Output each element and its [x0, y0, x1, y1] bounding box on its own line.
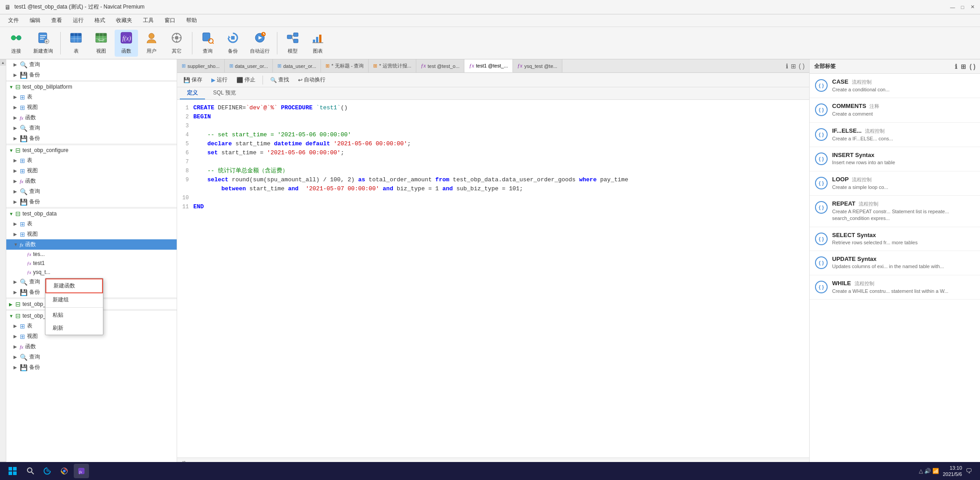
- sub-tab-definition[interactable]: 定义: [180, 87, 205, 99]
- menu-tools[interactable]: 工具: [138, 15, 158, 26]
- scroll-up-btn[interactable]: ▲: [0, 59, 6, 66]
- sidebar-backup-conf[interactable]: ▶ 💾 备份: [6, 197, 177, 207]
- snippet-ifelse[interactable]: { } IF...ELSE... 流程控制 Create a IF...ELSE…: [810, 123, 980, 147]
- sidebar-view-bill[interactable]: ▶ ⊞ 视图: [6, 102, 177, 112]
- toolbar-connect[interactable]: 连接: [4, 30, 28, 57]
- toolbar-function[interactable]: f(x) 函数: [115, 30, 138, 57]
- menu-view[interactable]: 查看: [47, 15, 67, 26]
- sub-tab-sql-preview[interactable]: SQL 预览: [206, 87, 243, 99]
- menu-window[interactable]: 窗口: [160, 15, 180, 26]
- taskbar-navicat[interactable]: fx: [74, 464, 89, 478]
- toolbar-view[interactable]: 视图: [89, 30, 113, 57]
- sidebar-db-configure[interactable]: ▼ ⊟ test_obp_configure: [6, 145, 177, 155]
- line-content-10: [193, 193, 809, 202]
- sidebar-table-bill[interactable]: ▶ ⊞ 表: [6, 92, 177, 102]
- sidebar-view-conf[interactable]: ▶ ⊞ 视图: [6, 166, 177, 176]
- func-ysq-label: ysq_t...: [33, 269, 50, 275]
- sidebar-func-ysq[interactable]: ƒx ysq_t...: [6, 268, 177, 277]
- win-start-button[interactable]: [4, 464, 22, 478]
- toolbar-chart[interactable]: 图表: [306, 30, 330, 57]
- sidebar-func-bill[interactable]: ▶ fx 函数: [6, 112, 177, 123]
- sidebar-db-data[interactable]: ▼ ⊟ test_obp_data: [6, 209, 177, 219]
- sidebar-view-data[interactable]: ▶ ⊞ 视图: [6, 229, 177, 239]
- tab-data-user1[interactable]: ⊞ data_user_or...: [225, 59, 273, 72]
- snippet-repeat[interactable]: { } REPEAT 流程控制 Create A REPEAT constr..…: [810, 196, 980, 227]
- sidebar-func-tes[interactable]: ƒx tes...: [6, 250, 177, 259]
- toolbar-table[interactable]: 表: [64, 30, 88, 57]
- notification-icon[interactable]: 🗨: [966, 467, 972, 475]
- close-button[interactable]: ✕: [969, 4, 976, 10]
- toolbar-user[interactable]: 用户: [140, 30, 163, 57]
- sidebar-func-conf[interactable]: ▶ fx 函数: [6, 176, 177, 186]
- minimize-button[interactable]: —: [949, 4, 956, 10]
- tab-ysq[interactable]: ƒx ysq_test @te...: [513, 59, 562, 72]
- menu-favorites[interactable]: 收藏夹: [111, 15, 137, 26]
- toolbar-model[interactable]: 模型: [281, 30, 304, 57]
- toolbar-other[interactable]: 其它: [165, 30, 188, 57]
- snippet-select-title: SELECT Syntax: [832, 232, 975, 238]
- tab-report-icon: ⊞: [373, 63, 377, 69]
- save-button[interactable]: 💾 保存: [180, 75, 206, 85]
- context-menu-new-func[interactable]: 新建函数: [45, 278, 103, 293]
- tab-close-icon[interactable]: ( ): [799, 63, 805, 70]
- sidebar-backup-market[interactable]: ▶ 💾 备份: [6, 362, 177, 372]
- right-panel-code-icon[interactable]: ( ): [970, 63, 976, 70]
- right-panel-info-icon[interactable]: ℹ: [955, 63, 957, 70]
- snippet-while[interactable]: { } WHILE 流程控制 Create a WHILE constru...…: [810, 275, 980, 300]
- menu-run[interactable]: 运行: [68, 15, 88, 26]
- sidebar-func-test1[interactable]: ƒx test1: [6, 259, 177, 268]
- line-content-3: [193, 121, 809, 130]
- toolbar-query[interactable]: 查询: [196, 30, 219, 57]
- menu-help[interactable]: 帮助: [182, 15, 201, 26]
- tab-untitled[interactable]: ⊞ * 无标题 - 查询: [321, 59, 369, 72]
- sidebar-db-billplatform[interactable]: ▼ ⊟ test_obp_billplatform: [6, 82, 177, 92]
- stop-button[interactable]: ⬛ 停止: [233, 75, 259, 85]
- tree-arrow: ▶: [13, 344, 20, 349]
- tab-data-user1-label: data_user_or...: [235, 63, 268, 69]
- menu-edit[interactable]: 编辑: [25, 15, 45, 26]
- sidebar-query-bill[interactable]: ▶ 🔍 查询: [6, 123, 177, 133]
- sidebar-item-query-top[interactable]: ▶ 🔍 查询: [6, 59, 177, 70]
- sidebar-table-data[interactable]: ▶ ⊞ 表: [6, 219, 177, 229]
- taskbar-search[interactable]: [23, 464, 38, 478]
- toolbar-backup[interactable]: 备份: [221, 30, 245, 57]
- sidebar-backup-bill[interactable]: ▶ 💾 备份: [6, 133, 177, 144]
- snippet-comments[interactable]: { } COMMENTS 注释 Create a comment: [810, 98, 980, 122]
- context-menu-paste[interactable]: 粘贴: [45, 309, 103, 322]
- taskbar-chrome[interactable]: [57, 464, 72, 478]
- menu-format[interactable]: 格式: [90, 15, 110, 26]
- tab-supplier[interactable]: ⊞ supplier_sho...: [177, 59, 225, 72]
- code-editor[interactable]: 1 CREATE DEFINER=`dev`@`%` PROCEDURE `te…: [177, 100, 809, 458]
- snippet-case[interactable]: { } CASE 流程控制 Create a conditional con..…: [810, 74, 980, 98]
- snippet-insert[interactable]: { } INSERT Syntax Insert new rows into a…: [810, 147, 980, 171]
- toolbar-new-query[interactable]: + 新建查询: [30, 30, 57, 57]
- snippet-repeat-content: REPEAT 流程控制 Create A REPEAT constr... St…: [832, 200, 975, 222]
- tab-report[interactable]: ⊞ * 运营统计报...: [369, 59, 416, 72]
- sidebar-query-conf[interactable]: ▶ 🔍 查询: [6, 186, 177, 197]
- tab-test-o[interactable]: ƒx test @test_o...: [416, 59, 464, 72]
- sidebar-func-data[interactable]: ▼ fx 函数: [6, 239, 177, 250]
- stop-label: 停止: [245, 76, 255, 84]
- context-menu-new-group[interactable]: 新建组: [45, 293, 103, 306]
- sidebar-query-market[interactable]: ▶ 🔍 查询: [6, 352, 177, 362]
- maximize-button[interactable]: □: [959, 4, 966, 10]
- toolbar-user-label: 用户: [147, 48, 156, 54]
- snippet-loop[interactable]: { } LOOP 流程控制 Create a simple loop co...: [810, 171, 980, 196]
- auto-wrap-button[interactable]: ↩ 自动换行: [294, 75, 329, 85]
- taskbar-edge[interactable]: [40, 464, 55, 478]
- sidebar-item-backup-top[interactable]: ▶ 💾 备份: [6, 70, 177, 80]
- tab-layout-icon[interactable]: ⊞: [791, 63, 796, 70]
- right-panel-layout-icon[interactable]: ⊞: [961, 63, 966, 70]
- snippet-select[interactable]: { } SELECT Syntax Retrieve rows selected…: [810, 227, 980, 251]
- tab-data-user2[interactable]: ⊞ data_user_or...: [273, 59, 321, 72]
- context-menu-refresh[interactable]: 刷新: [45, 322, 103, 335]
- find-button[interactable]: 🔍 查找: [267, 75, 293, 85]
- sidebar-func-market[interactable]: ▶ fx 函数: [6, 341, 177, 352]
- run-button[interactable]: ▶ 运行: [208, 75, 231, 85]
- toolbar-autorun[interactable]: 自动运行: [246, 30, 273, 57]
- sidebar-table-conf[interactable]: ▶ ⊞ 表: [6, 155, 177, 166]
- menu-file[interactable]: 文件: [4, 15, 23, 26]
- tab-test1[interactable]: ƒx test1 @test_...: [464, 59, 512, 72]
- snippet-update[interactable]: { } UPDATE Syntax Updates columns of exi…: [810, 251, 980, 275]
- tab-info-icon[interactable]: ℹ: [786, 63, 788, 70]
